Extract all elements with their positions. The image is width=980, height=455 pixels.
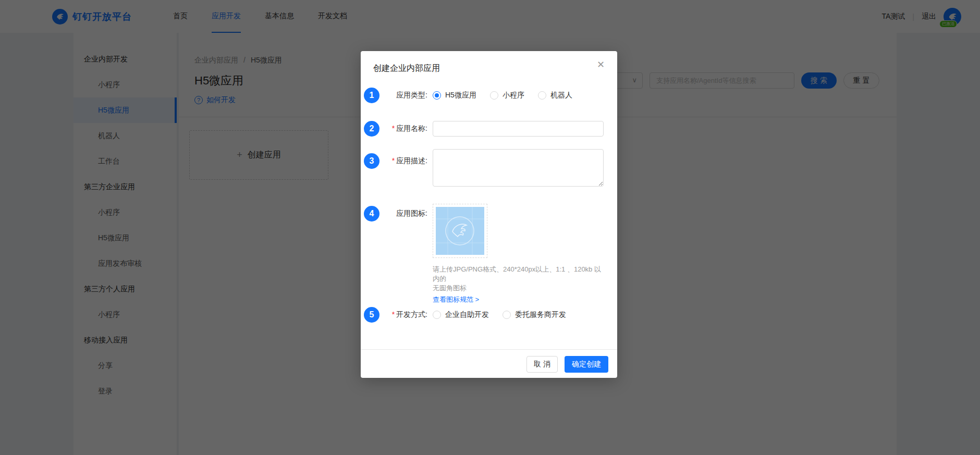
icon-upload-hint: 请上传JPG/PNG格式、240*240px以上、1:1 、120kb 以内的 …: [433, 265, 605, 293]
confirm-create-button[interactable]: 确定创建: [565, 356, 608, 373]
app-name-label: *应用名称:: [379, 124, 427, 133]
required-mark: *: [392, 156, 395, 165]
radio-robot-label: 机器人: [550, 91, 572, 100]
dev-mode-label: *开发方式:: [379, 310, 427, 319]
modal-title: 创建企业内部应用: [373, 63, 440, 74]
app-name-input[interactable]: [433, 121, 604, 137]
row-dev-mode: 5 *开发方式: 企业自助开发 委托服务商开发: [364, 307, 605, 323]
close-icon[interactable]: ✕: [597, 60, 605, 69]
row-app-type: 1 应用类型: H5微应用 小程序 机器人: [364, 88, 605, 103]
required-mark: *: [392, 310, 395, 318]
step-badge-3: 3: [364, 153, 379, 169]
row-app-icon: 4 应用图标: 请上传JPG/PNG格式、240*240px以上、1:1 、12…: [364, 204, 605, 304]
app-icon-placeholder-image: [436, 207, 484, 255]
radio-self-develop[interactable]: 企业自助开发: [433, 310, 489, 319]
radio-robot[interactable]: 机器人: [538, 91, 572, 100]
app-description-textarea[interactable]: [433, 149, 604, 187]
app-description-label: *应用描述:: [379, 156, 427, 166]
radio-selected-icon: [433, 91, 441, 100]
modal-footer: 取 消 确定创建: [361, 349, 617, 378]
row-app-description: 3 *应用描述:: [364, 149, 605, 189]
radio-unselected-icon: [490, 91, 498, 100]
app-type-label: 应用类型:: [379, 91, 427, 100]
radio-outsource-develop-label: 委托服务商开发: [515, 310, 566, 319]
radio-h5-microapp[interactable]: H5微应用: [433, 91, 476, 100]
create-internal-app-modal: 创建企业内部应用 ✕ 1 应用类型: H5微应用 小程序 机器人 2 *应用名称…: [361, 51, 617, 378]
radio-miniprogram[interactable]: 小程序: [490, 91, 524, 100]
row-app-name: 2 *应用名称:: [364, 121, 605, 137]
step-badge-2: 2: [364, 121, 379, 137]
radio-h5-microapp-label: H5微应用: [445, 91, 476, 100]
required-mark: *: [392, 124, 395, 132]
app-type-radio-group: H5微应用 小程序 机器人: [433, 91, 605, 100]
step-badge-4: 4: [364, 206, 379, 222]
radio-miniprogram-label: 小程序: [503, 91, 524, 100]
step-badge-1: 1: [364, 88, 379, 103]
radio-self-develop-label: 企业自助开发: [445, 310, 489, 319]
radio-unselected-icon: [433, 311, 441, 319]
app-icon-label: 应用图标:: [379, 209, 427, 218]
radio-unselected-icon: [538, 91, 546, 100]
radio-outsource-develop[interactable]: 委托服务商开发: [503, 310, 566, 319]
icon-spec-link[interactable]: 查看图标规范 >: [433, 295, 605, 304]
step-badge-5: 5: [364, 307, 379, 323]
radio-unselected-icon: [503, 311, 511, 319]
dev-mode-radio-group: 企业自助开发 委托服务商开发: [433, 310, 605, 319]
app-icon-upload[interactable]: [433, 204, 487, 258]
cancel-button[interactable]: 取 消: [526, 356, 558, 373]
